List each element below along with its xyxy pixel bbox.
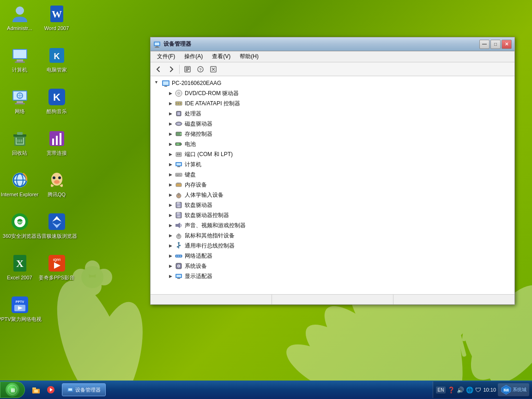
tree-network-arrow: ▶ xyxy=(167,253,174,259)
ie-icon xyxy=(10,170,30,190)
tree-node-network[interactable]: ▶ 网络适配器 xyxy=(151,251,514,261)
taskbar-devicemgr-button[interactable]: 设备管理器 xyxy=(62,383,106,396)
tree-node-memory[interactable]: ▶ 内存设备 xyxy=(151,180,514,190)
tree-floppy-label: 软盘驱动器 xyxy=(185,201,212,209)
desktop-icon-pptv[interactable]: PPTV PPTV聚力网络电视 xyxy=(2,293,37,331)
menu-view[interactable]: 查看(V) xyxy=(208,52,234,61)
tray-help-icon[interactable]: ❓ xyxy=(447,387,455,393)
toolbar-btn3[interactable] xyxy=(181,64,193,75)
desktop-icon-pps[interactable]: iQIYI 姜奇多PPS影音 xyxy=(39,252,74,290)
window-minimize-button[interactable]: — xyxy=(479,40,490,49)
start-button[interactable]: ⊞ xyxy=(0,381,25,398)
svg-point-60 xyxy=(53,176,55,179)
window-toolbar: ? xyxy=(151,62,514,76)
svg-rect-108 xyxy=(181,144,182,145)
device-tree[interactable]: ▼ PC-20160620EAAG ▶ DVD/CD-ROM 驱动器 xyxy=(151,76,514,294)
desktop-icon-computer[interactable]: 计算机 xyxy=(2,44,37,82)
toolbar-forward-button[interactable] xyxy=(165,64,177,75)
tray-volume-icon[interactable]: 🔊 xyxy=(457,387,464,393)
toolbar-btn4[interactable]: ? xyxy=(194,64,206,75)
desktop-icon-broadband[interactable]: 宽带连接 xyxy=(39,127,74,165)
tree-display-icon xyxy=(175,272,183,280)
desktop-icon-speedbrowser[interactable]: 迅雷极速版浏览器 xyxy=(39,210,74,248)
tree-system-label: 系统设备 xyxy=(185,262,207,270)
toolbar-back-button[interactable] xyxy=(152,64,164,75)
svg-rect-134 xyxy=(177,216,180,218)
tree-storage-icon xyxy=(175,130,183,138)
taskbar: ⊞ xyxy=(0,381,532,399)
tree-dvd-label: DVD/CD-ROM 驱动器 xyxy=(185,90,239,97)
tree-node-ide[interactable]: ▶ IDE ATA/ATAPI 控制器 xyxy=(151,98,514,109)
tray-security-icon[interactable]: 🛡 xyxy=(475,387,481,393)
svg-rect-99 xyxy=(178,103,179,104)
desktop-icon-administrator[interactable]: Administr... xyxy=(2,2,37,40)
tree-node-usb[interactable]: ▶ 通用串行总线控制器 xyxy=(151,241,514,251)
desktop-icon-recycle[interactable]: 回收站 xyxy=(2,127,37,165)
svg-rect-131 xyxy=(177,206,180,207)
tree-node-hid[interactable]: ▶ 人体学输入设备 xyxy=(151,190,514,200)
qq-label: 腾讯QQ xyxy=(48,192,66,198)
tree-node-disk[interactable]: ▶ 磁盘驱动器 xyxy=(151,119,514,129)
svg-rect-124 xyxy=(178,182,179,184)
tree-node-computer[interactable]: ▶ 计算机 xyxy=(151,159,514,169)
desktop-icon-excel[interactable]: X Excel 2007 xyxy=(2,252,37,290)
svg-rect-162 xyxy=(68,388,72,391)
svg-point-21 xyxy=(279,335,368,381)
window-titlebar[interactable]: 设备管理器 — □ ✕ xyxy=(151,37,514,51)
tree-floppy-ctrl-icon xyxy=(175,211,183,219)
tray-time: 10:10 xyxy=(483,387,496,393)
window-close-button[interactable]: ✕ xyxy=(502,40,512,49)
tree-audio-arrow: ▶ xyxy=(167,222,174,229)
tree-node-processor[interactable]: ▶ 处理器 xyxy=(151,109,514,119)
tree-node-dvd[interactable]: ▶ DVD/CD-ROM 驱动器 xyxy=(151,88,514,98)
tree-node-mouse[interactable]: ▶ 鼠标和其他指针设备 xyxy=(151,230,514,241)
broadband-label: 宽带连接 xyxy=(47,150,67,156)
quick-explorer-button[interactable] xyxy=(30,383,42,396)
svg-rect-153 xyxy=(177,278,180,279)
tree-system-arrow: ▶ xyxy=(167,263,174,269)
tree-node-port[interactable]: ▶ 端口 (COM 和 LPT) xyxy=(151,149,514,159)
svg-point-96 xyxy=(178,92,180,94)
menu-action[interactable]: 操作(A) xyxy=(181,52,206,61)
desktop-icon-ie[interactable]: Internet Explorer xyxy=(2,169,37,206)
menu-file[interactable]: 文件(F) xyxy=(153,52,179,61)
word2007-label: Word 2007 xyxy=(44,25,69,31)
tree-hid-icon xyxy=(175,191,183,199)
toolbar-btn5[interactable] xyxy=(207,64,219,75)
desktop-icon-pcmanager[interactable]: K 电脑管家 xyxy=(39,44,74,82)
tree-ide-icon xyxy=(175,99,183,108)
computer-label: 计算机 xyxy=(12,67,27,73)
tree-root-node[interactable]: ▼ PC-20160620EAAG xyxy=(151,78,514,88)
desktop-icon-network[interactable]: 网络 xyxy=(2,85,37,123)
svg-marker-136 xyxy=(178,223,180,228)
tray-clock: 10:10 xyxy=(483,387,496,393)
menu-help[interactable]: 帮助(H) xyxy=(236,52,262,61)
tree-node-system[interactable]: ▶ 系统设备 xyxy=(151,261,514,271)
broadband-icon xyxy=(47,129,66,148)
svg-rect-121 xyxy=(180,175,181,176)
quick-media-button[interactable] xyxy=(44,383,57,396)
tray-en-label[interactable]: EN xyxy=(436,387,446,393)
tree-battery-icon xyxy=(175,140,183,148)
svg-point-26 xyxy=(85,260,100,275)
tree-node-battery[interactable]: ▶ 电池 xyxy=(151,139,514,149)
svg-point-111 xyxy=(177,154,179,155)
desktop-icon-360[interactable]: 360 360安全浏览器 xyxy=(2,210,37,248)
toolbar-separator-1 xyxy=(179,65,180,74)
tree-node-display[interactable]: ▶ 显示适配器 xyxy=(151,271,514,281)
start-orb: ⊞ xyxy=(6,383,19,397)
tree-node-floppy[interactable]: ▶ 软盘驱动器 xyxy=(151,200,514,210)
tree-node-keyboard[interactable]: ▶ 键盘 xyxy=(151,169,514,180)
desktop-icon-music[interactable]: K 酷狗音乐 xyxy=(39,85,74,123)
tree-usb-arrow: ▶ xyxy=(167,242,174,249)
desktop-icon-word2007[interactable]: W Word 2007 xyxy=(39,2,74,40)
tree-processor-arrow: ▶ xyxy=(167,110,174,117)
tree-node-floppy-ctrl[interactable]: ▶ 软盘驱动器控制器 xyxy=(151,210,514,220)
tree-node-audio[interactable]: ▶ 声音、视频和游戏控制器 xyxy=(151,220,514,230)
tree-node-storage[interactable]: ▶ 存储控制器 xyxy=(151,129,514,139)
window-maximize-button[interactable]: □ xyxy=(490,40,501,49)
svg-rect-125 xyxy=(180,182,181,184)
tray-network-icon[interactable]: 🌐 xyxy=(466,387,473,393)
desktop-icon-qq[interactable]: 腾讯QQ xyxy=(39,169,74,206)
svg-text:K: K xyxy=(53,91,60,103)
